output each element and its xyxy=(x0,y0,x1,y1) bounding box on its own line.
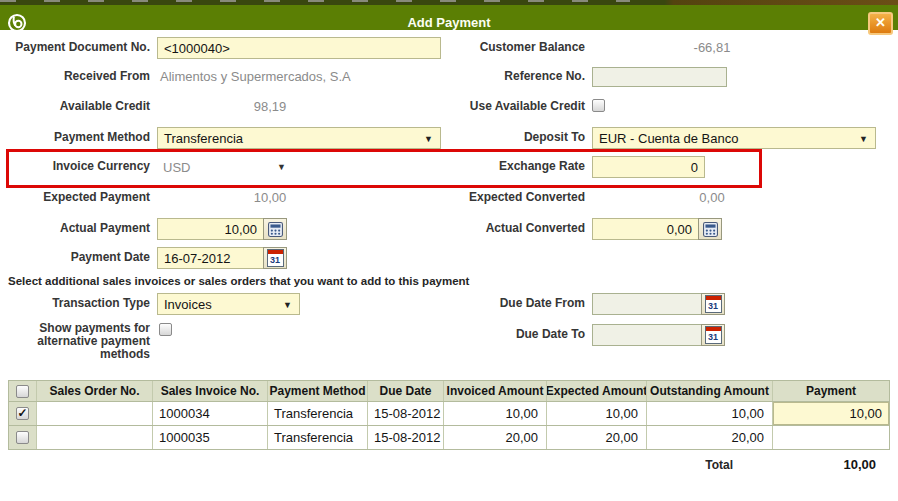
payment-method-value: Transferencia xyxy=(164,131,243,146)
col-expected-amount: Expected Amount xyxy=(547,381,647,401)
calculator-icon xyxy=(268,222,283,237)
due-date-to-input[interactable] xyxy=(592,324,702,346)
cell-outstanding-amount: 20,00 xyxy=(647,426,773,449)
invoices-grid: Sales Order No. Sales Invoice No. Paymen… xyxy=(8,380,890,450)
reference-no-label: Reference No. xyxy=(436,70,585,83)
col-payment: Payment xyxy=(773,381,889,401)
exchange-rate-input[interactable] xyxy=(592,156,705,178)
cell-expected-amount: 20,00 xyxy=(547,426,647,449)
col-sales-invoice-no: Sales Invoice No. xyxy=(153,381,268,401)
customer-balance-value: -66,81 xyxy=(592,41,832,55)
total-value: 10,00 xyxy=(760,457,876,472)
payment-method-select[interactable]: Transferencia ▼ xyxy=(157,127,441,149)
table-row: 1000035 Transferencia 15-08-2012 20,00 2… xyxy=(8,426,890,450)
section-note: Select additional sales invoices or sale… xyxy=(8,275,469,287)
cell-outstanding-amount: 10,00 xyxy=(647,402,773,425)
actual-converted-label: Actual Converted xyxy=(436,222,585,235)
col-sales-order-no: Sales Order No. xyxy=(37,381,153,401)
cell-expected-amount: 10,00 xyxy=(547,402,647,425)
chevron-down-icon: ▼ xyxy=(859,134,868,144)
calculator-icon xyxy=(703,222,718,237)
dialog-titlebar: Add Payment ✕ xyxy=(0,5,898,30)
deposit-to-value: EUR - Cuenta de Banco xyxy=(599,131,738,146)
cell-sales-invoice-no: 1000035 xyxy=(153,426,268,449)
invoice-currency-label: Invoice Currency xyxy=(0,160,150,173)
cell-sales-order-no xyxy=(37,426,153,449)
col-due-date: Due Date xyxy=(368,381,444,401)
expected-payment-label: Expected Payment xyxy=(0,191,150,204)
row-checkbox[interactable] xyxy=(16,431,29,444)
transaction-type-label: Transaction Type xyxy=(0,297,150,310)
cell-invoiced-amount: 20,00 xyxy=(444,426,547,449)
actual-converted-input[interactable] xyxy=(592,218,699,240)
payment-document-no-input[interactable] xyxy=(157,37,441,59)
payment-date-label: Payment Date xyxy=(0,251,150,264)
available-credit-label: Available Credit xyxy=(0,100,150,113)
add-payment-dialog: Add Payment ✕ Payment Document No. Custo… xyxy=(0,0,898,501)
transaction-type-value: Invoices xyxy=(164,297,212,312)
calendar-icon: 31 xyxy=(705,326,722,344)
invoice-currency-value: USD xyxy=(163,160,190,175)
deposit-to-label: Deposit To xyxy=(436,131,585,144)
calculator-button[interactable] xyxy=(263,218,287,240)
reference-no-input[interactable] xyxy=(592,67,727,87)
received-from-label: Received From xyxy=(0,70,150,83)
customer-balance-label: Customer Balance xyxy=(436,41,585,54)
chevron-down-icon: ▼ xyxy=(277,162,286,172)
payment-amount-input[interactable] xyxy=(773,402,889,425)
due-date-from-input[interactable] xyxy=(592,293,702,315)
calendar-icon: 31 xyxy=(267,249,284,267)
col-invoiced-amount: Invoiced Amount xyxy=(444,381,547,401)
transaction-type-select[interactable]: Invoices ▼ xyxy=(157,293,300,315)
calendar-button[interactable]: 31 xyxy=(263,247,287,269)
select-all-checkbox[interactable] xyxy=(16,385,29,398)
cell-payment-method: Transferencia xyxy=(268,426,368,449)
show-payments-label: Show payments for alternative payment me… xyxy=(0,322,150,361)
cell-sales-invoice-no: 1000034 xyxy=(153,402,268,425)
calendar-button[interactable]: 31 xyxy=(701,293,725,315)
calculator-button[interactable] xyxy=(698,218,722,240)
cell-payment-method: Transferencia xyxy=(268,402,368,425)
actual-payment-label: Actual Payment xyxy=(0,222,150,235)
calendar-button[interactable]: 31 xyxy=(701,324,725,346)
actual-payment-input[interactable] xyxy=(157,218,264,240)
cell-due-date: 15-08-2012 xyxy=(368,426,444,449)
cell-invoiced-amount: 10,00 xyxy=(444,402,547,425)
total-label: Total xyxy=(640,458,733,472)
payment-document-no-label: Payment Document No. xyxy=(0,41,150,54)
col-payment-method: Payment Method xyxy=(268,381,368,401)
available-credit-value: 98,19 xyxy=(157,100,383,114)
col-outstanding-amount: Outstanding Amount xyxy=(647,381,773,401)
expected-converted-label: Expected Converted xyxy=(436,191,585,204)
use-available-credit-label: Use Available Credit xyxy=(436,100,585,113)
chevron-down-icon: ▼ xyxy=(424,134,433,144)
show-payments-checkbox[interactable] xyxy=(159,323,172,336)
due-date-to-label: Due Date To xyxy=(436,328,585,341)
payment-date-input[interactable] xyxy=(157,247,264,269)
close-icon[interactable]: ✕ xyxy=(868,12,893,35)
received-from-value: Alimentos y Supermercados, S.A xyxy=(160,70,351,84)
invoice-currency-select[interactable]: USD ▼ xyxy=(157,156,300,178)
table-row: ✓ 1000034 Transferencia 15-08-2012 10,00… xyxy=(8,402,890,426)
expected-payment-value: 10,00 xyxy=(157,191,383,205)
payment-method-label: Payment Method xyxy=(0,131,150,144)
use-available-credit-checkbox[interactable] xyxy=(592,99,605,112)
row-checkbox[interactable]: ✓ xyxy=(16,407,29,420)
dialog-title: Add Payment xyxy=(0,15,898,30)
calendar-icon: 31 xyxy=(705,295,722,313)
grid-header-row: Sales Order No. Sales Invoice No. Paymen… xyxy=(8,380,890,402)
exchange-rate-label: Exchange Rate xyxy=(436,160,585,173)
expected-converted-value: 0,00 xyxy=(592,191,832,205)
chevron-down-icon: ▼ xyxy=(283,300,292,310)
cell-due-date: 15-08-2012 xyxy=(368,402,444,425)
due-date-from-label: Due Date From xyxy=(436,297,585,310)
deposit-to-select[interactable]: EUR - Cuenta de Banco ▼ xyxy=(592,127,876,149)
cell-sales-order-no xyxy=(37,402,153,425)
cell-payment xyxy=(773,426,889,449)
